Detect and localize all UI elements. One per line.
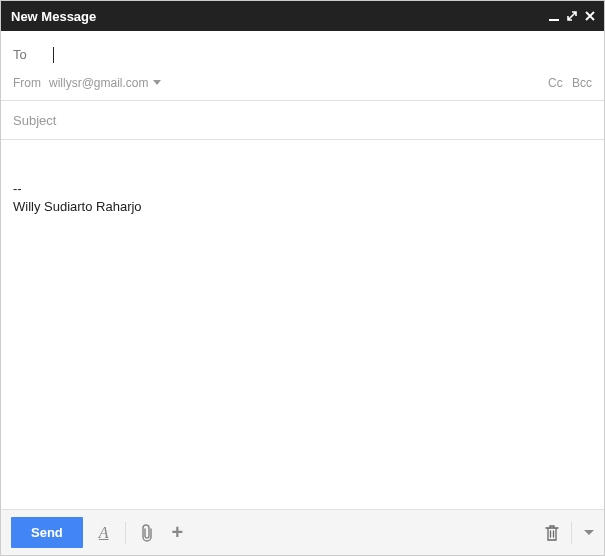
formatting-options-button[interactable]: A (95, 524, 113, 542)
signature-separator: -- (13, 180, 592, 198)
from-address[interactable]: willysr@gmail.com (49, 76, 149, 90)
expand-icon[interactable] (566, 10, 578, 22)
divider (125, 522, 126, 544)
close-icon[interactable] (584, 10, 596, 22)
cc-bcc-group: Cc Bcc (542, 76, 592, 90)
from-dropdown-icon[interactable] (153, 80, 161, 86)
subject-row (1, 101, 604, 139)
to-row[interactable]: To (13, 39, 592, 70)
to-input[interactable] (54, 45, 592, 64)
window-title: New Message (11, 9, 96, 24)
insert-more-button[interactable]: + (168, 521, 188, 544)
from-label: From (13, 76, 49, 90)
signature-name: Willy Sudiarto Raharjo (13, 198, 592, 216)
compose-window: New Message To From willysr@gmail.com Cc… (0, 0, 605, 556)
subject-input[interactable] (13, 113, 592, 128)
recipients-section: To From willysr@gmail.com Cc Bcc (1, 31, 604, 100)
titlebar[interactable]: New Message (1, 1, 604, 31)
from-row: From willysr@gmail.com Cc Bcc (13, 70, 592, 96)
send-button[interactable]: Send (11, 517, 83, 548)
bcc-button[interactable]: Bcc (572, 76, 592, 90)
bottom-toolbar: Send A + (1, 509, 604, 555)
divider (571, 522, 572, 544)
discard-draft-icon[interactable] (545, 525, 559, 541)
svg-rect-0 (549, 19, 559, 21)
more-options-icon[interactable] (584, 530, 594, 536)
minimize-icon[interactable] (548, 10, 560, 22)
message-body[interactable]: -- Willy Sudiarto Raharjo (1, 140, 604, 509)
attach-icon[interactable] (138, 523, 156, 543)
to-label: To (13, 47, 49, 62)
cc-button[interactable]: Cc (548, 76, 563, 90)
